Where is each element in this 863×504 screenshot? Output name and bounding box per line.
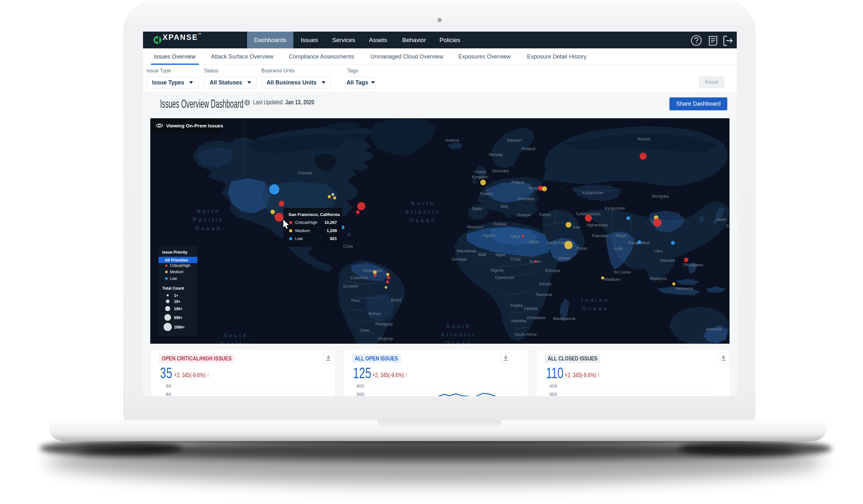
svg-text:South Africa: South Africa <box>514 332 537 337</box>
svg-text:Atlantic: Atlantic <box>441 332 476 338</box>
svg-text:Finland: Finland <box>522 147 536 151</box>
svg-text:Egypt: Egypt <box>529 239 539 244</box>
svg-text:Iceland: Iceland <box>446 138 459 142</box>
svg-text:Canada: Canada <box>298 171 312 175</box>
svg-text:Senegal: Senegal <box>451 257 467 262</box>
svg-text:Low: Low <box>295 236 303 241</box>
svg-text:1+: 1+ <box>174 293 178 298</box>
svg-text:Mali: Mali <box>478 252 486 257</box>
svg-text:Brazil: Brazil <box>391 298 401 302</box>
svg-text:Sri Lanka: Sri Lanka <box>614 270 631 275</box>
svg-text:Atlantic: Atlantic <box>405 209 441 215</box>
svg-text:Chile: Chile <box>360 328 369 332</box>
svg-text:Ecuador: Ecuador <box>343 284 359 288</box>
svg-text:Tanzania: Tanzania <box>536 292 552 297</box>
svg-text:Mongolia: Mongolia <box>652 194 669 199</box>
svg-text:Medium: Medium <box>170 270 184 274</box>
svg-text:Zambia: Zambia <box>524 306 537 311</box>
svg-text:821: 821 <box>330 236 337 241</box>
svg-text:Total Count: Total Count <box>162 286 184 291</box>
svg-text:Russia: Russia <box>637 137 650 141</box>
svg-text:Yemen: Yemen <box>558 256 571 261</box>
svg-text:Kingdom: Kingdom <box>472 175 488 179</box>
svg-text:Pacific: Pacific <box>193 217 224 223</box>
svg-text:Japan: Japan <box>715 217 726 222</box>
svg-text:Zimbabwe: Zimbabwe <box>527 315 546 320</box>
svg-text:1000+: 1000+ <box>174 325 185 329</box>
svg-text:Indonesia: Indonesia <box>675 286 693 291</box>
svg-text:Madagascar: Madagascar <box>553 316 576 321</box>
svg-text:Romania: Romania <box>518 196 535 201</box>
svg-text:Australia: Australia <box>706 327 722 331</box>
svg-text:Niger: Niger <box>496 252 505 257</box>
svg-text:Cameroon: Cameroon <box>495 275 514 280</box>
svg-text:Sweden: Sweden <box>507 138 522 142</box>
svg-text:Tunisia: Tunisia <box>493 222 506 226</box>
svg-text:Colombia: Colombia <box>351 275 368 280</box>
svg-text:Pakistan: Pakistan <box>592 234 608 238</box>
svg-text:Ocean: Ocean <box>582 306 609 312</box>
svg-text:100+: 100+ <box>174 307 183 311</box>
svg-text:India: India <box>614 246 623 251</box>
svg-text:Iran: Iran <box>573 225 580 229</box>
svg-text:Malaysia: Malaysia <box>650 276 666 281</box>
svg-text:Bolivia: Bolivia <box>368 311 381 316</box>
svg-text:Pa: Pa <box>726 224 729 228</box>
svg-text:Kyrgyzstan: Kyrgyzstan <box>605 206 625 211</box>
svg-text:Spain: Spain <box>472 206 482 211</box>
svg-text:Namibia: Namibia <box>511 318 526 323</box>
svg-text:Indian: Indian <box>581 297 609 303</box>
svg-text:Viewing On-Prem Issues: Viewing On-Prem Issues <box>166 123 223 128</box>
svg-text:Chad: Chad <box>511 257 521 262</box>
svg-text:Kenya: Kenya <box>540 281 552 286</box>
svg-text:Uruguay: Uruguay <box>377 336 393 341</box>
svg-text:Mauritania: Mauritania <box>457 249 476 253</box>
svg-text:Angola: Angola <box>510 303 523 308</box>
svg-text:Greece: Greece <box>517 213 531 217</box>
svg-text:All Priorities: All Priorities <box>165 258 188 262</box>
svg-text:Venezuela: Venezuela <box>363 268 382 273</box>
svg-text:Cuba: Cuba <box>343 244 353 249</box>
svg-text:Maldives: Maldives <box>604 277 621 282</box>
svg-text:Issue Priority: Issue Priority <box>162 250 187 254</box>
svg-text:South: South <box>446 323 471 329</box>
svg-text:Ocean: Ocean <box>445 340 472 344</box>
svg-text:Ocean: Ocean <box>409 217 436 224</box>
svg-text:Philippines: Philippines <box>684 262 703 267</box>
svg-text:1,209: 1,209 <box>326 228 337 233</box>
svg-text:Critical/High: Critical/High <box>170 263 190 268</box>
svg-text:North: North <box>411 200 435 206</box>
svg-text:Pacific: Pacific <box>220 341 251 344</box>
svg-text:Kazakhstan: Kazakhstan <box>582 190 604 195</box>
svg-text:United: United <box>474 169 486 174</box>
svg-text:Poland: Poland <box>512 180 524 185</box>
svg-text:Afghanistan: Afghanistan <box>587 223 608 227</box>
svg-text:Nepal: Nepal <box>616 233 626 238</box>
svg-text:Ocean: Ocean <box>195 225 222 231</box>
svg-text:Nigeria: Nigeria <box>490 268 504 273</box>
svg-text:Vietnam: Vietnam <box>660 258 675 263</box>
svg-text:Algeria: Algeria <box>483 233 496 238</box>
svg-text:Medium: Medium <box>295 228 310 233</box>
svg-text:10,267: 10,267 <box>324 220 337 225</box>
svg-text:Morocco: Morocco <box>467 225 483 229</box>
svg-text:South: South <box>223 332 248 339</box>
svg-text:San Francisco, California: San Francisco, California <box>288 212 340 217</box>
svg-text:Peru: Peru <box>351 298 360 303</box>
svg-text:North: North <box>197 209 221 214</box>
svg-text:Norway: Norway <box>489 152 503 157</box>
svg-text:Turkey: Turkey <box>538 212 551 217</box>
svg-text:Paraguay: Paraguay <box>375 322 393 326</box>
svg-text:Libya: Libya <box>510 234 521 239</box>
svg-text:Low: Low <box>170 276 177 281</box>
svg-text:10+: 10+ <box>174 300 180 304</box>
svg-text:Critical/High: Critical/High <box>295 220 317 225</box>
svg-text:Denmark: Denmark <box>492 168 509 173</box>
svg-text:Oman: Oman <box>576 246 587 251</box>
svg-text:Italy: Italy <box>500 204 508 209</box>
svg-text:France: France <box>480 191 493 196</box>
svg-text:500+: 500+ <box>174 316 183 320</box>
svg-text:Laos: Laos <box>654 249 663 253</box>
svg-text:Ethiopia: Ethiopia <box>546 268 561 273</box>
